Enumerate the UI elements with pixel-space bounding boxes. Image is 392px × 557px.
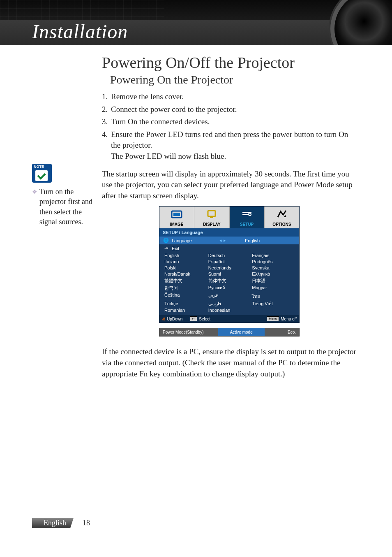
tab-display[interactable]: DISPLAY bbox=[194, 207, 229, 228]
lang-option[interactable]: Indonesian bbox=[208, 308, 251, 313]
lang-option[interactable]: 日本語 bbox=[252, 278, 294, 284]
tab-image[interactable]: IMAGE bbox=[159, 207, 194, 228]
lang-option[interactable]: Français bbox=[252, 253, 294, 258]
lang-option[interactable]: Nederlands bbox=[208, 265, 251, 270]
section-title: Installation bbox=[32, 20, 128, 43]
sidebar-note: NOTE ❖ Turn on the projector first and t… bbox=[32, 164, 99, 227]
image-icon bbox=[171, 209, 183, 221]
globe-icon: 🌐 bbox=[163, 238, 169, 243]
lang-option[interactable]: عربي bbox=[208, 292, 251, 300]
step-item: 1. Remove the lens cover. bbox=[102, 91, 357, 102]
lang-option[interactable]: Čeština bbox=[164, 292, 207, 300]
svg-point-7 bbox=[249, 214, 251, 215]
footer-language: English bbox=[32, 518, 74, 528]
updown-icon: ⇵ bbox=[162, 317, 165, 321]
footer-select: ↵ Select bbox=[190, 316, 210, 321]
lang-option[interactable]: Suomi bbox=[208, 272, 251, 276]
osd-power-mode: Power Mode(Standby) Active mode Eco. bbox=[159, 328, 300, 337]
osd-tabs: IMAGE DISPLAY SETUP bbox=[159, 207, 299, 228]
lang-option[interactable]: Magyar bbox=[252, 285, 294, 291]
setup-icon bbox=[241, 209, 253, 221]
lang-option[interactable]: ไทย bbox=[252, 292, 294, 300]
svg-rect-1 bbox=[173, 213, 180, 216]
lang-option[interactable]: 한국어 bbox=[164, 285, 207, 291]
osd-footer: ⇵ UpDown ↵ Select Menu Menu off bbox=[159, 315, 299, 323]
lang-option[interactable]: English bbox=[164, 253, 207, 258]
left-right-arrows-icon: ◂ ▸ bbox=[217, 238, 228, 243]
heading-1: Powering On/Off the Projector bbox=[102, 53, 357, 72]
osd-row-exit[interactable]: ⇥ Exit bbox=[159, 244, 299, 252]
osd-menu: IMAGE DISPLAY SETUP bbox=[159, 206, 300, 323]
footer-menuoff: Menu Menu off bbox=[267, 316, 297, 321]
paragraph: If the connected device is a PC, ensure … bbox=[102, 346, 357, 379]
diamond-bullet-icon: ❖ bbox=[32, 187, 39, 227]
svg-rect-3 bbox=[210, 216, 213, 218]
step-item: 4. Ensure the Power LED turns red and th… bbox=[102, 129, 357, 162]
lang-option[interactable]: 简体中文 bbox=[208, 278, 251, 284]
tab-setup[interactable]: SETUP bbox=[230, 207, 265, 228]
lang-option[interactable]: Ελληνικά bbox=[252, 272, 294, 276]
power-mode-active[interactable]: Active mode bbox=[218, 328, 265, 336]
osd-language-grid: English Deutsch Français Italiano Españo… bbox=[159, 252, 299, 315]
display-icon bbox=[205, 209, 218, 221]
footer-updown: ⇵ UpDown bbox=[162, 316, 182, 321]
osd-breadcrumb: SETUP / Language bbox=[159, 228, 299, 237]
note-icon: NOTE bbox=[32, 164, 52, 183]
sidebar-tip: ❖ Turn on the projector first and then s… bbox=[32, 187, 99, 227]
page-number: 18 bbox=[74, 519, 90, 527]
svg-rect-2 bbox=[208, 211, 215, 216]
lang-option[interactable]: Türkçe bbox=[164, 301, 207, 306]
lang-option[interactable]: Tiếng Việt bbox=[252, 301, 294, 306]
options-icon bbox=[276, 209, 288, 221]
main-content: Powering On/Off the Projector Powering O… bbox=[102, 53, 357, 379]
step-item: 3. Turn On the connected devices. bbox=[102, 116, 357, 128]
lang-option[interactable]: Polski bbox=[164, 265, 207, 270]
osd-row-language[interactable]: 🌐 Language ◂ ▸ English bbox=[159, 237, 299, 244]
exit-icon: ⇥ bbox=[163, 246, 169, 251]
lang-option[interactable]: Deutsch bbox=[208, 253, 251, 258]
lang-option[interactable]: Português bbox=[252, 259, 294, 264]
tab-options[interactable]: OPTIONS bbox=[265, 207, 299, 228]
checkmark-icon bbox=[35, 170, 48, 181]
step-item: 2. Connect the power cord to the project… bbox=[102, 104, 357, 115]
heading-2: Powering On the Projector bbox=[110, 73, 357, 86]
lang-option[interactable]: Norsk/Dansk bbox=[164, 272, 207, 276]
page-footer: English 18 bbox=[32, 518, 90, 528]
lang-option[interactable]: Svenska bbox=[252, 265, 294, 270]
lang-option[interactable]: فارسی bbox=[208, 301, 251, 306]
osd-screenshot: IMAGE DISPLAY SETUP bbox=[159, 206, 300, 337]
power-mode-eco[interactable]: Eco. bbox=[265, 328, 299, 336]
power-mode-label: Power Mode(Standby) bbox=[159, 328, 218, 336]
page-header: Installation bbox=[0, 0, 392, 45]
lens-decoration bbox=[330, 0, 392, 45]
menu-key-icon: Menu bbox=[267, 316, 279, 321]
paragraph: The startup screen will display in appro… bbox=[102, 169, 357, 202]
lang-option[interactable]: Romanian bbox=[164, 308, 207, 313]
lang-option[interactable]: Русский bbox=[208, 285, 251, 291]
enter-key-icon: ↵ bbox=[190, 316, 197, 321]
lang-option[interactable]: 繁體中文 bbox=[164, 278, 207, 284]
lang-option[interactable]: Italiano bbox=[164, 259, 207, 264]
lang-option[interactable]: Español bbox=[208, 259, 251, 264]
